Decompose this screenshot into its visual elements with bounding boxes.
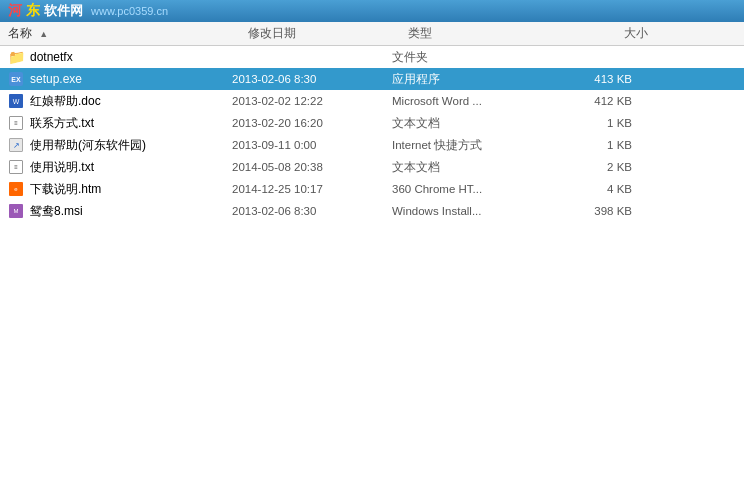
table-row[interactable]: EX setup.exe 2013-02-06 8:30 应用程序 413 KB <box>0 68 744 90</box>
file-name-cell: e 下载说明.htm <box>8 181 232 198</box>
htm-icon: e <box>9 182 23 196</box>
file-type: 360 Chrome HT... <box>392 183 552 195</box>
col-header-size[interactable]: 大小 <box>568 26 648 41</box>
logo: 河东软件网 <box>8 2 83 20</box>
file-date: 2014-12-25 10:17 <box>232 183 392 195</box>
table-row[interactable]: ↗ 使用帮助(河东软件园) 2013-09-11 0:00 Internet 快… <box>0 134 744 156</box>
file-name-cell: 📁 dotnetfx <box>8 49 232 65</box>
file-type: 文本文档 <box>392 160 552 175</box>
file-name: 使用说明.txt <box>30 159 94 176</box>
file-size: 412 KB <box>552 95 632 107</box>
file-date: 2014-05-08 20:38 <box>232 161 392 173</box>
file-type: 应用程序 <box>392 72 552 87</box>
file-name: setup.exe <box>30 72 82 86</box>
file-type: Internet 快捷方式 <box>392 138 552 153</box>
file-size: 413 KB <box>552 73 632 85</box>
file-name-cell: ≡ 联系方式.txt <box>8 115 232 132</box>
file-size: 398 KB <box>552 205 632 217</box>
file-date: 2013-02-20 16:20 <box>232 117 392 129</box>
file-name: dotnetfx <box>30 50 73 64</box>
table-row[interactable]: 📁 dotnetfx 文件夹 <box>0 46 744 68</box>
folder-icon: 📁 <box>8 49 25 65</box>
file-date: 2013-09-11 0:00 <box>232 139 392 151</box>
file-date: 2013-02-06 8:30 <box>232 73 392 85</box>
file-size: 4 KB <box>552 183 632 195</box>
file-icon: W <box>8 93 24 109</box>
file-icon: EX <box>8 71 24 87</box>
col-header-name[interactable]: 名称 ▲ <box>8 25 248 42</box>
sort-arrow-icon: ▲ <box>39 29 48 39</box>
file-name: 下载说明.htm <box>30 181 101 198</box>
file-name: 联系方式.txt <box>30 115 94 132</box>
logo-software-text: 软件网 <box>44 2 83 20</box>
file-name: 鸳鸯8.msi <box>30 203 83 220</box>
file-icon: ↗ <box>8 137 24 153</box>
table-row[interactable]: ≡ 联系方式.txt 2013-02-20 16:20 文本文档 1 KB <box>0 112 744 134</box>
banner-url: www.pc0359.cn <box>91 5 168 17</box>
file-size: 2 KB <box>552 161 632 173</box>
file-type: Windows Install... <box>392 205 552 217</box>
file-type: Microsoft Word ... <box>392 95 552 107</box>
table-row[interactable]: ≡ 使用说明.txt 2014-05-08 20:38 文本文档 2 KB <box>0 156 744 178</box>
file-icon: e <box>8 181 24 197</box>
file-name-cell: ↗ 使用帮助(河东软件园) <box>8 137 232 154</box>
file-icon: 📁 <box>8 49 24 65</box>
logo-he-icon: 河 <box>8 2 22 20</box>
file-list[interactable]: 📁 dotnetfx 文件夹 EX setup.exe 2013-02-06 8… <box>0 46 744 500</box>
file-date: 2013-02-02 12:22 <box>232 95 392 107</box>
file-type: 文本文档 <box>392 116 552 131</box>
file-name-cell: ≡ 使用说明.txt <box>8 159 232 176</box>
exe-icon: EX <box>9 72 23 86</box>
file-icon: ≡ <box>8 115 24 131</box>
file-name-cell: W 红娘帮助.doc <box>8 93 232 110</box>
file-name-cell: M 鸳鸯8.msi <box>8 203 232 220</box>
file-date: 2013-02-06 8:30 <box>232 205 392 217</box>
file-size: 1 KB <box>552 117 632 129</box>
file-name: 使用帮助(河东软件园) <box>30 137 146 154</box>
table-row[interactable]: W 红娘帮助.doc 2013-02-02 12:22 Microsoft Wo… <box>0 90 744 112</box>
table-row[interactable]: M 鸳鸯8.msi 2013-02-06 8:30 Windows Instal… <box>0 200 744 222</box>
col-header-date[interactable]: 修改日期 <box>248 26 408 41</box>
file-name-cell: EX setup.exe <box>8 71 232 87</box>
lnk-icon: ↗ <box>9 138 23 152</box>
col-header-type[interactable]: 类型 <box>408 26 568 41</box>
table-row[interactable]: e 下载说明.htm 2014-12-25 10:17 360 Chrome H… <box>0 178 744 200</box>
column-headers: 名称 ▲ 修改日期 类型 大小 <box>0 22 744 46</box>
file-explorer: 名称 ▲ 修改日期 类型 大小 📁 dotnetfx 文件夹 EX setup.… <box>0 22 744 500</box>
txt-icon: ≡ <box>9 160 23 174</box>
file-type: 文件夹 <box>392 50 552 65</box>
file-name: 红娘帮助.doc <box>30 93 101 110</box>
file-icon: ≡ <box>8 159 24 175</box>
file-icon: M <box>8 203 24 219</box>
file-size: 1 KB <box>552 139 632 151</box>
top-banner: 河东软件网 www.pc0359.cn <box>0 0 744 22</box>
doc-icon: W <box>9 94 23 108</box>
msi-icon: M <box>9 204 23 218</box>
logo-dong-icon: 东 <box>26 2 40 20</box>
txt-icon: ≡ <box>9 116 23 130</box>
